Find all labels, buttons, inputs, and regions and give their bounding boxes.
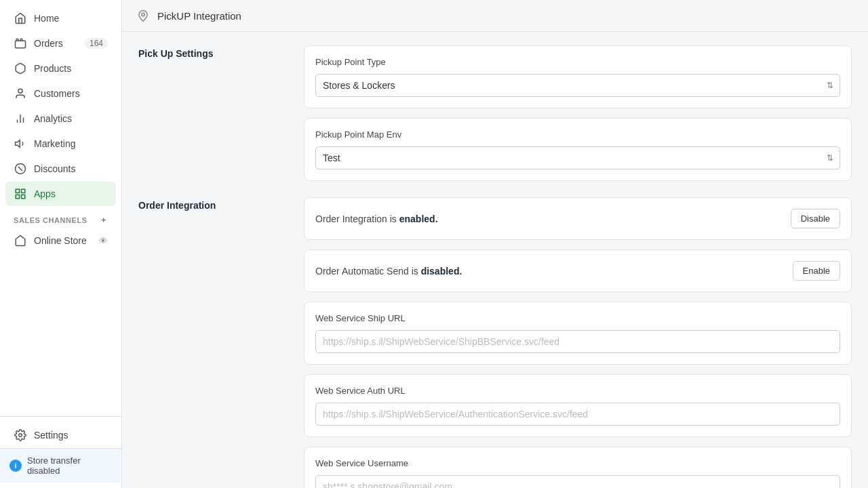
info-icon: i xyxy=(9,460,22,472)
svg-point-1 xyxy=(18,89,22,93)
customers-icon xyxy=(14,87,27,100)
home-icon xyxy=(14,12,27,25)
sidebar-item-label: Orders xyxy=(34,38,63,49)
auto-send-value: disabled. xyxy=(421,266,462,277)
svg-point-8 xyxy=(18,167,20,168)
store-transfer-bar: i Store transfer disabled xyxy=(0,448,121,483)
pickup-point-type-title: Pickup Point Type xyxy=(315,57,840,67)
auto-send-text: Order Automatic Send is disabled. xyxy=(315,266,462,277)
settings-icon xyxy=(14,428,27,442)
sidebar-item-marketing[interactable]: Marketing xyxy=(5,131,116,156)
enable-button[interactable]: Enable xyxy=(793,261,840,281)
pickup-point-type-select[interactable]: Stores & Lockers Stores Only Lockers Onl… xyxy=(315,74,840,97)
svg-rect-0 xyxy=(16,41,26,48)
sidebar-item-home[interactable]: Home xyxy=(5,6,116,30)
sidebar-item-settings[interactable]: Settings xyxy=(5,423,116,447)
sidebar-item-label: Home xyxy=(34,13,59,24)
disable-button[interactable]: Disable xyxy=(791,209,840,228)
sales-channels-label: SALES CHANNELS xyxy=(14,216,87,224)
pickup-settings-section: Pick Up Settings Pickup Point Type Store… xyxy=(138,45,852,181)
pickup-point-type-card: Pickup Point Type Stores & Lockers Store… xyxy=(304,45,852,108)
svg-rect-12 xyxy=(16,195,19,199)
integration-status-value: enabled. xyxy=(399,214,438,224)
orders-badge: 164 xyxy=(85,38,108,49)
pickup-map-env-select[interactable]: Test Production xyxy=(315,146,840,169)
sidebar-item-label: Products xyxy=(34,63,71,74)
ship-url-input[interactable] xyxy=(315,330,840,353)
content-area: Pick Up Settings Pickup Point Type Store… xyxy=(122,32,868,488)
username-label: Web Service Username xyxy=(315,458,840,468)
sidebar: Home Orders 164 Products Customers xyxy=(0,0,122,488)
store-transfer-label: Store transfer disabled xyxy=(27,455,112,476)
topbar: PickUP Integration xyxy=(122,0,868,32)
svg-rect-13 xyxy=(22,195,25,199)
pickup-map-env-select-wrapper: Test Production ⇅ xyxy=(315,146,840,169)
main-content: PickUP Integration Pick Up Settings Pick… xyxy=(122,0,868,488)
order-integration-label: Order Integration xyxy=(138,197,288,211)
integration-status-row: Order Integration is enabled. Disable xyxy=(315,209,840,228)
sidebar-item-discounts[interactable]: Discounts xyxy=(5,157,116,181)
username-card: Web Service Username xyxy=(304,447,852,488)
ship-url-card: Web Service Ship URL xyxy=(304,302,852,365)
order-integration-section: Order Integration Order Integration is e… xyxy=(138,197,852,488)
sidebar-item-analytics[interactable]: Analytics xyxy=(5,106,116,131)
integration-status-text: Order Integration is enabled. xyxy=(315,214,438,224)
svg-point-9 xyxy=(22,170,23,171)
marketing-icon xyxy=(14,137,27,150)
sidebar-item-customers[interactable]: Customers xyxy=(5,81,116,106)
svg-marker-5 xyxy=(16,140,20,148)
pickup-settings-cards: Pickup Point Type Stores & Lockers Store… xyxy=(304,45,852,181)
integration-status-card: Order Integration is enabled. Disable xyxy=(304,197,852,240)
pickup-settings-label: Pick Up Settings xyxy=(138,45,288,59)
ship-url-label: Web Service Ship URL xyxy=(315,313,840,323)
order-integration-cards: Order Integration is enabled. Disable Or… xyxy=(304,197,852,488)
auth-url-label: Web Service Auth URL xyxy=(315,386,840,396)
pickup-map-env-card: Pickup Point Map Env Test Production ⇅ xyxy=(304,118,852,181)
add-sales-channel-icon[interactable]: ＋ xyxy=(100,215,108,225)
orders-icon xyxy=(14,37,27,50)
pickup-map-env-title: Pickup Point Map Env xyxy=(315,129,840,140)
online-store-view-icon[interactable]: 👁 xyxy=(99,236,108,246)
svg-point-14 xyxy=(19,434,22,437)
sidebar-nav: Home Orders 164 Products Customers xyxy=(0,0,121,416)
auto-send-row: Order Automatic Send is disabled. Enable xyxy=(315,261,840,281)
username-input[interactable] xyxy=(315,475,840,488)
sidebar-item-apps[interactable]: Apps xyxy=(5,182,116,206)
svg-rect-11 xyxy=(22,189,25,192)
sidebar-item-orders[interactable]: Orders 164 xyxy=(5,31,116,56)
pickup-icon xyxy=(136,8,151,23)
auth-url-card: Web Service Auth URL xyxy=(304,374,852,437)
pickup-point-type-select-wrapper: Stores & Lockers Stores Only Lockers Onl… xyxy=(315,74,840,97)
products-icon xyxy=(14,62,27,75)
apps-icon xyxy=(14,187,27,201)
sidebar-item-label: Discounts xyxy=(34,163,75,174)
svg-rect-10 xyxy=(16,189,19,192)
sales-channels-section: SALES CHANNELS ＋ xyxy=(0,207,121,228)
sidebar-item-label: Apps xyxy=(34,188,56,199)
discounts-icon xyxy=(14,162,27,176)
sidebar-bottom: Settings i Store transfer disabled xyxy=(0,416,121,488)
sidebar-item-online-store[interactable]: Online Store 👁 xyxy=(5,228,116,253)
settings-label: Settings xyxy=(34,430,68,441)
svg-point-15 xyxy=(142,13,145,16)
analytics-icon xyxy=(14,112,27,125)
online-store-icon xyxy=(14,234,27,247)
sidebar-item-label: Customers xyxy=(34,88,80,99)
online-store-label: Online Store xyxy=(34,235,87,246)
page-title: PickUP Integration xyxy=(157,10,241,22)
sidebar-item-label: Marketing xyxy=(34,138,75,149)
sidebar-item-products[interactable]: Products xyxy=(5,56,116,81)
auth-url-input[interactable] xyxy=(315,403,840,426)
sidebar-item-label: Analytics xyxy=(34,113,72,124)
auto-send-card: Order Automatic Send is disabled. Enable xyxy=(304,249,852,292)
